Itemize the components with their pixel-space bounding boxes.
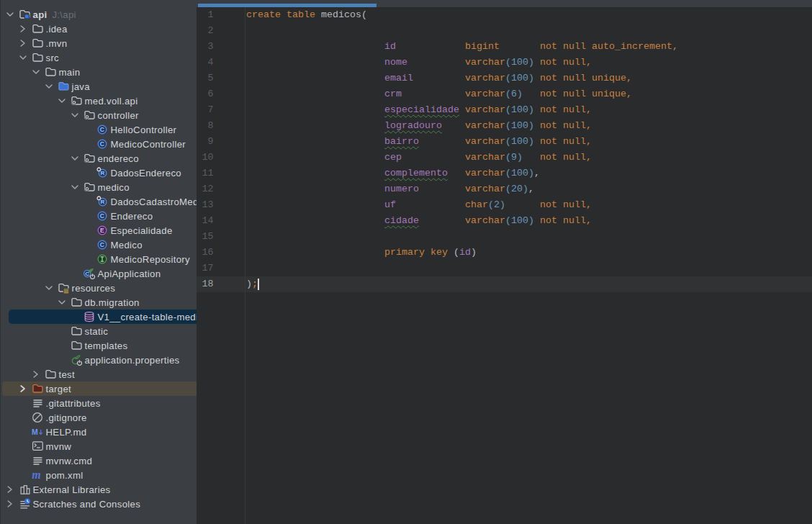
- svg-text:R: R: [100, 199, 104, 205]
- svg-text:M: M: [32, 428, 38, 436]
- svg-text:C: C: [99, 212, 104, 220]
- svg-text:C: C: [99, 140, 104, 148]
- svg-text:C: C: [99, 241, 104, 248]
- svg-text:m: m: [32, 469, 41, 481]
- svg-text:R: R: [100, 170, 104, 176]
- svg-text:E: E: [100, 227, 104, 234]
- svg-text:C: C: [99, 126, 104, 133]
